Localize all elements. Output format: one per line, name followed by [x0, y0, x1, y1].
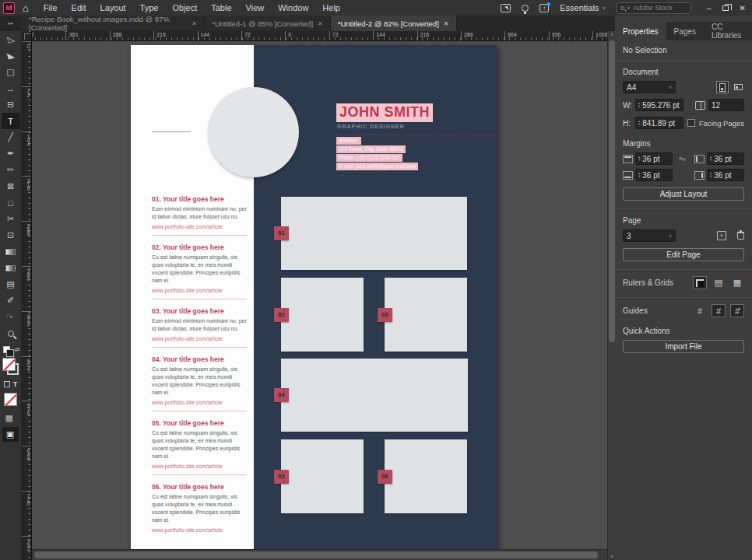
article-title[interactable]: 06. Your title goes here — [152, 483, 248, 491]
article-title[interactable]: 01. Your title goes here — [152, 195, 248, 203]
margin-left-field[interactable]: ▴▾ 36 pt — [707, 152, 744, 165]
page-size-dropdown[interactable]: A4 ˅ — [623, 81, 676, 93]
image-frame[interactable]: 03 — [385, 278, 467, 352]
article-title[interactable]: 05. Your title goes here — [152, 419, 248, 427]
note-tool[interactable]: ▤ — [2, 276, 19, 292]
screen-mode-icon[interactable]: ▣ — [2, 427, 19, 442]
article-link[interactable]: www.portfolio-site.com/article — [152, 288, 248, 293]
rectangle-frame-tool[interactable]: ⊠ — [2, 178, 19, 194]
default-fill-stroke-icon[interactable] — [3, 346, 10, 353]
workspace-switcher[interactable]: Essentials ˅ — [560, 3, 606, 12]
article-item[interactable]: 02. Your title goes here Cu est latine n… — [152, 243, 248, 299]
formatting-text-icon[interactable]: T — [13, 380, 18, 388]
restore-button[interactable] — [722, 5, 729, 11]
edit-toolbar-icon[interactable]: ▦ — [5, 413, 13, 423]
horizontal-scrollbar[interactable] — [32, 549, 607, 560]
article-link[interactable]: www.portfolio-site.com/article — [152, 400, 248, 405]
page-tool[interactable]: ▢ — [2, 64, 19, 80]
stock-search-box[interactable]: ˅ — [617, 2, 691, 14]
menu-item[interactable]: File — [37, 0, 65, 16]
horizontal-ruler[interactable]: 432360288216144720721442162888649361008 — [22, 31, 615, 41]
frame-number-badge[interactable]: 01 — [274, 226, 289, 240]
close-button[interactable]: ✕ — [740, 4, 746, 12]
article-link[interactable]: www.portfolio-site.com/article — [152, 336, 248, 341]
menu-item[interactable]: Table — [204, 0, 238, 16]
article-item[interactable]: 03. Your title goes here Eum eirmod mini… — [152, 307, 248, 348]
orientation-landscape-button[interactable] — [732, 81, 744, 93]
tab-close-icon[interactable]: ✕ — [444, 20, 449, 27]
margin-right-field[interactable]: ▴▾ 36 pt — [707, 169, 744, 181]
menu-item[interactable]: Object — [165, 0, 204, 16]
tab-untitled-1[interactable]: *Untitled-1 @ 85% [Converted] ✕ — [205, 16, 331, 31]
frame-number-badge[interactable]: 03 — [378, 308, 392, 322]
panel-tab-pages[interactable]: Pages — [666, 22, 704, 40]
article-title[interactable]: 04. Your title goes here — [152, 355, 248, 363]
line-tool[interactable]: ╱ — [2, 129, 19, 145]
panel-tab-properties[interactable]: Properties — [615, 22, 666, 40]
article-title[interactable]: 03. Your title goes here — [152, 307, 248, 315]
search-input[interactable] — [633, 4, 683, 12]
gradient-swatch-tool[interactable] — [2, 243, 19, 260]
tab-close-icon[interactable]: ✕ — [318, 20, 323, 27]
delete-page-icon[interactable] — [737, 232, 744, 240]
article-title[interactable]: 02. Your title goes here — [152, 243, 248, 251]
tab-close-icon[interactable]: ✕ — [192, 20, 197, 27]
stepper-arrows-icon[interactable]: ▴▾ — [638, 120, 640, 126]
formatting-container-icon[interactable] — [4, 381, 10, 387]
stepper-arrows-icon[interactable]: ▴▾ — [638, 172, 640, 178]
minimize-button[interactable]: – — [707, 4, 712, 12]
margin-top-field[interactable]: ▴▾ 36 pt — [635, 152, 673, 165]
image-frame[interactable]: 01 — [281, 197, 467, 270]
stepper-arrows-icon[interactable]: ▴▾ — [638, 156, 640, 162]
image-placeholder-box[interactable] — [385, 278, 467, 352]
lock-guides-icon[interactable]: # — [712, 304, 726, 317]
stepper-arrows-icon[interactable]: ▴▾ — [710, 156, 712, 162]
edit-page-button[interactable]: Edit Page — [623, 248, 744, 261]
image-placeholder-box[interactable] — [281, 439, 364, 513]
pencil-tool[interactable]: ✏ — [2, 162, 19, 178]
smart-guides-icon[interactable]: #̓ — [730, 304, 744, 317]
import-file-button[interactable]: Import File — [623, 340, 744, 353]
avatar-placeholder-circle[interactable] — [209, 87, 299, 177]
tools-collapse-icon[interactable]: ▸▸ — [0, 16, 22, 31]
content-collector-tool[interactable]: ⊟ — [2, 96, 19, 113]
orientation-portrait-button[interactable] — [716, 81, 729, 93]
contact-line[interactable]: Address: — [336, 137, 361, 145]
show-guides-icon[interactable]: # — [693, 304, 707, 317]
image-placeholder-box[interactable] — [281, 197, 467, 270]
contact-line[interactable]: E-mail: john.smith@your-mail.com — [336, 163, 418, 170]
add-page-icon[interactable]: + — [717, 231, 726, 240]
margin-bottom-field[interactable]: ▴▾ 36 pt — [635, 169, 673, 181]
menu-item[interactable]: Edit — [65, 0, 93, 16]
article-link[interactable]: www.portfolio-site.com/article — [152, 224, 248, 229]
image-frame[interactable]: 06 — [385, 439, 467, 513]
article-body[interactable]: Cu est latine numquam singulis, vis quas… — [152, 429, 248, 460]
article-body[interactable]: Eum eirmod minimum nominavi no, per id t… — [152, 317, 248, 333]
document-grid-icon[interactable]: ▦ — [730, 276, 744, 289]
home-icon[interactable]: ⌂ — [23, 2, 29, 14]
vertical-ruler[interactable]: 072144216288360432504576648720792 — [22, 41, 32, 560]
rectangle-tool[interactable]: □ — [2, 194, 19, 211]
profile-header[interactable]: JOHN SMITH GRAPHIC DESIGNER — [336, 103, 492, 135]
scissors-tool[interactable]: ✂ — [2, 211, 19, 227]
article-link[interactable]: www.portfolio-site.com/article — [152, 527, 248, 533]
adjust-layout-button[interactable]: Adjust Layout — [623, 187, 744, 201]
frame-number-badge[interactable]: 06 — [378, 470, 392, 484]
new-features-icon[interactable] — [522, 5, 529, 12]
frame-number-badge[interactable]: 02 — [274, 308, 289, 322]
menu-item[interactable]: Window — [271, 0, 315, 16]
stepper-arrows-icon[interactable]: ▴▾ — [710, 172, 712, 178]
pages-count-field[interactable]: 12 — [708, 99, 744, 111]
article-body[interactable]: Cu est latine numquam singulis, vis quas… — [152, 254, 248, 285]
panel-tab-cc-libraries[interactable]: CC Libraries — [704, 22, 752, 40]
publish-share-icon[interactable]: ↑ — [539, 4, 549, 12]
zoom-tool[interactable] — [2, 325, 19, 341]
menu-item[interactable]: View — [239, 0, 272, 16]
intro-rule-line[interactable] — [152, 131, 191, 132]
eyedropper-tool[interactable]: ✐ — [2, 292, 19, 309]
selection-tool[interactable]: ◸ — [2, 31, 19, 47]
frame-number-badge[interactable]: 05 — [274, 470, 289, 484]
article-body[interactable]: Cu est latine numquam singulis, vis quas… — [152, 366, 248, 397]
image-frame[interactable]: 02 — [281, 278, 364, 352]
article-link[interactable]: www.portfolio-site.com/article — [152, 464, 248, 469]
